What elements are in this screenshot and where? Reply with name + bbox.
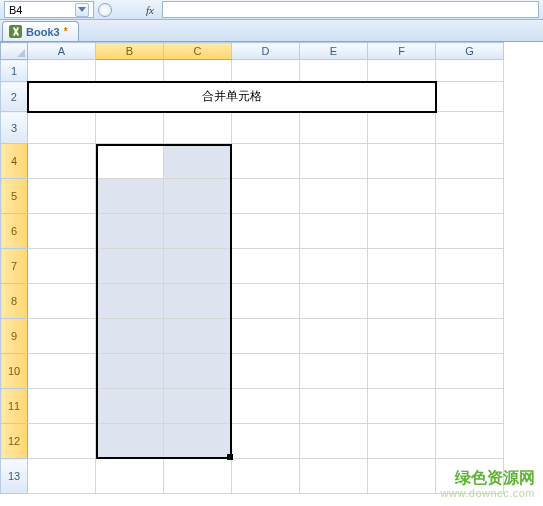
cell-E8[interactable] bbox=[300, 284, 368, 319]
column-header-A[interactable]: A bbox=[28, 43, 96, 60]
cell-A5[interactable] bbox=[28, 179, 96, 214]
row-header-3[interactable]: 3 bbox=[1, 112, 28, 144]
cell-D5[interactable] bbox=[232, 179, 300, 214]
cell-C12[interactable] bbox=[164, 424, 232, 459]
cell-A1[interactable] bbox=[28, 60, 96, 82]
cell-A10[interactable] bbox=[28, 354, 96, 389]
workbook-tab[interactable]: Book3 * bbox=[2, 21, 79, 41]
cell-E12[interactable] bbox=[300, 424, 368, 459]
cell-B3[interactable] bbox=[96, 112, 164, 144]
cell-B6[interactable] bbox=[96, 214, 164, 249]
fx-icon[interactable]: fx bbox=[146, 4, 154, 16]
row-header-4[interactable]: 4 bbox=[1, 144, 28, 179]
cell-C10[interactable] bbox=[164, 354, 232, 389]
cell-D6[interactable] bbox=[232, 214, 300, 249]
cell-E13[interactable] bbox=[300, 459, 368, 494]
cell-G5[interactable] bbox=[436, 179, 504, 214]
cell-C8[interactable] bbox=[164, 284, 232, 319]
column-header-E[interactable]: E bbox=[300, 43, 368, 60]
cell-D7[interactable] bbox=[232, 249, 300, 284]
cell-B9[interactable] bbox=[96, 319, 164, 354]
cell-G9[interactable] bbox=[436, 319, 504, 354]
cell-F3[interactable] bbox=[368, 112, 436, 144]
name-box[interactable]: B4 bbox=[4, 1, 94, 18]
cell-C4[interactable] bbox=[164, 144, 232, 179]
cell-B13[interactable] bbox=[96, 459, 164, 494]
cell-G10[interactable] bbox=[436, 354, 504, 389]
cell-D11[interactable] bbox=[232, 389, 300, 424]
cell-B8[interactable] bbox=[96, 284, 164, 319]
cell-F6[interactable] bbox=[368, 214, 436, 249]
cell-E3[interactable] bbox=[300, 112, 368, 144]
cell-C1[interactable] bbox=[164, 60, 232, 82]
cell-D8[interactable] bbox=[232, 284, 300, 319]
row-header-1[interactable]: 1 bbox=[1, 60, 28, 82]
cell-F11[interactable] bbox=[368, 389, 436, 424]
cell-F9[interactable] bbox=[368, 319, 436, 354]
cell-F5[interactable] bbox=[368, 179, 436, 214]
cell-F7[interactable] bbox=[368, 249, 436, 284]
cell-D1[interactable] bbox=[232, 60, 300, 82]
cell-F1[interactable] bbox=[368, 60, 436, 82]
cell-B11[interactable] bbox=[96, 389, 164, 424]
cell-G1[interactable] bbox=[436, 60, 504, 82]
row-header-2[interactable]: 2 bbox=[1, 82, 28, 112]
cell-G8[interactable] bbox=[436, 284, 504, 319]
cell-B10[interactable] bbox=[96, 354, 164, 389]
cell-B5[interactable] bbox=[96, 179, 164, 214]
cell-E1[interactable] bbox=[300, 60, 368, 82]
cell-G3[interactable] bbox=[436, 112, 504, 144]
cell-D12[interactable] bbox=[232, 424, 300, 459]
cell-C13[interactable] bbox=[164, 459, 232, 494]
row-header-13[interactable]: 13 bbox=[1, 459, 28, 494]
cell-F13[interactable] bbox=[368, 459, 436, 494]
cell-F8[interactable] bbox=[368, 284, 436, 319]
cell-C3[interactable] bbox=[164, 112, 232, 144]
row-header-5[interactable]: 5 bbox=[1, 179, 28, 214]
cell-A12[interactable] bbox=[28, 424, 96, 459]
cell-A8[interactable] bbox=[28, 284, 96, 319]
cell-A7[interactable] bbox=[28, 249, 96, 284]
cell-E11[interactable] bbox=[300, 389, 368, 424]
formula-input[interactable] bbox=[162, 1, 539, 18]
cell-D4[interactable] bbox=[232, 144, 300, 179]
column-header-C[interactable]: C bbox=[164, 43, 232, 60]
cell-G13[interactable] bbox=[436, 459, 504, 494]
cell-C5[interactable] bbox=[164, 179, 232, 214]
cell-G7[interactable] bbox=[436, 249, 504, 284]
cell-A4[interactable] bbox=[28, 144, 96, 179]
cell-B1[interactable] bbox=[96, 60, 164, 82]
cell-A3[interactable] bbox=[28, 112, 96, 144]
column-header-B[interactable]: B bbox=[96, 43, 164, 60]
row-header-7[interactable]: 7 bbox=[1, 249, 28, 284]
cell-G2[interactable] bbox=[436, 82, 504, 112]
cell-E7[interactable] bbox=[300, 249, 368, 284]
column-header-D[interactable]: D bbox=[232, 43, 300, 60]
cell-D13[interactable] bbox=[232, 459, 300, 494]
cell-E9[interactable] bbox=[300, 319, 368, 354]
row-header-10[interactable]: 10 bbox=[1, 354, 28, 389]
cell-E4[interactable] bbox=[300, 144, 368, 179]
cell-G12[interactable] bbox=[436, 424, 504, 459]
cell-E5[interactable] bbox=[300, 179, 368, 214]
cell-D3[interactable] bbox=[232, 112, 300, 144]
cell-B4[interactable] bbox=[96, 144, 164, 179]
cell-B7[interactable] bbox=[96, 249, 164, 284]
row-header-9[interactable]: 9 bbox=[1, 319, 28, 354]
cell-C9[interactable] bbox=[164, 319, 232, 354]
cancel-icon[interactable] bbox=[98, 3, 112, 17]
cell-D10[interactable] bbox=[232, 354, 300, 389]
cell-C11[interactable] bbox=[164, 389, 232, 424]
cell-F4[interactable] bbox=[368, 144, 436, 179]
cell-C6[interactable] bbox=[164, 214, 232, 249]
cell-F12[interactable] bbox=[368, 424, 436, 459]
cell-A9[interactable] bbox=[28, 319, 96, 354]
cell-E10[interactable] bbox=[300, 354, 368, 389]
row-header-11[interactable]: 11 bbox=[1, 389, 28, 424]
merged-cell[interactable]: 合并单元格 bbox=[28, 82, 436, 112]
cell-G11[interactable] bbox=[436, 389, 504, 424]
row-header-6[interactable]: 6 bbox=[1, 214, 28, 249]
column-header-G[interactable]: G bbox=[436, 43, 504, 60]
cell-E6[interactable] bbox=[300, 214, 368, 249]
select-all-corner[interactable] bbox=[1, 43, 28, 60]
